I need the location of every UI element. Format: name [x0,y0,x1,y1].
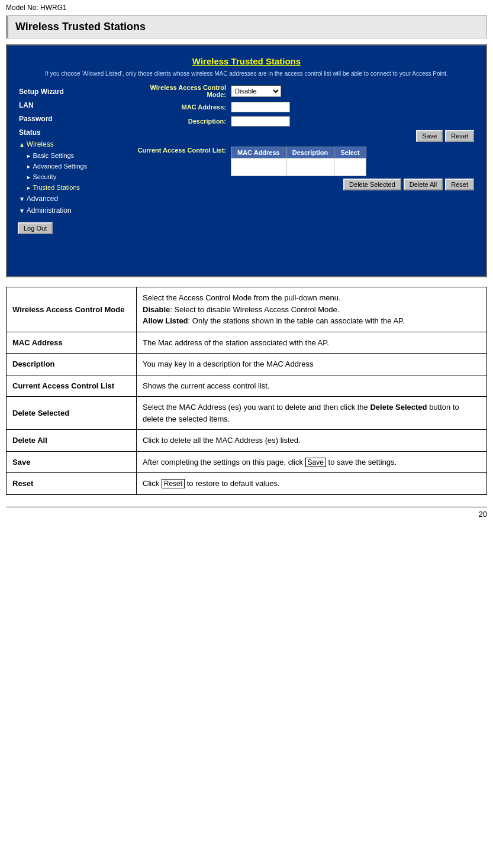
term-cell: Reset [7,473,137,495]
table-row: ResetClick Reset to restore to default v… [7,473,487,495]
page-number: 20 [0,510,493,519]
acl-section: Current Access Control List: MAC Address… [131,147,474,190]
definition-cell: The Mac address of the station associate… [137,332,487,354]
term-cell: MAC Address [7,332,137,354]
mac-address-label: MAC Address: [131,103,226,111]
disable-label: Disable [143,305,170,314]
sidebar: Setup Wizard LAN Password Status Wireles… [13,84,125,234]
ss-title: Wireless Trusted Stations [13,51,480,70]
allow-listed-label: Allow Listed [143,316,188,325]
delete-all-button[interactable]: Delete All [404,179,443,190]
acl-empty-row [231,158,366,176]
sidebar-item-status[interactable]: Status [18,125,121,138]
sidebar-item-advanced[interactable]: Advanced [18,193,121,205]
term-cell: Current Access Control List [7,375,137,397]
page-title: Wireless Trusted Stations [6,15,487,38]
acl-table-area: MAC Address Description Select [231,147,474,190]
definition-cell: You may key in a description for the MAC… [137,354,487,375]
sidebar-item-basic-settings[interactable]: Basic Settings [18,150,121,161]
acl-mode-row: Wireless Access Control Mode: Disable Al… [131,84,474,98]
table-row: Delete SelectedSelect the MAC Address (e… [7,397,487,430]
logout-section: Log Out [18,222,121,234]
save-reset-buttons: Save Reset [131,130,474,142]
acl-reset-button[interactable]: Reset [445,179,474,190]
acl-table: MAC Address Description Select [231,147,366,176]
definition-cell: Shows the current access control list. [137,375,487,397]
sidebar-item-wireless[interactable]: Wireless [18,138,121,150]
table-row: Delete AllClick to delete all the MAC Ad… [7,430,487,452]
description-table: Wireless Access Control ModeSelect the A… [6,287,487,495]
model-number: Model No: HWRG1 [0,0,493,15]
reset-button[interactable]: Reset [445,130,474,142]
term-cell: Wireless Access Control Mode [7,287,137,332]
acl-mode-select[interactable]: Disable Allow Listed [231,85,281,97]
definition-cell: After completing the settings on this pa… [137,451,487,473]
col-mac-address: MAC Address [231,147,286,158]
acl-action-buttons: Delete Selected Delete All Reset [231,179,474,190]
table-row: Wireless Access Control ModeSelect the A… [7,287,487,332]
definition-cell: Select the Access Control Mode from the … [137,287,487,332]
description-row: Description: [131,116,474,127]
table-row: SaveAfter completing the settings on thi… [7,451,487,473]
term-cell: Description [7,354,137,375]
col-description: Description [286,147,334,158]
definition-cell: Select the MAC Address (es) you want to … [137,397,487,430]
table-row: Current Access Control ListShows the cur… [7,375,487,397]
sidebar-item-trusted-stations[interactable]: Trusted Stations [18,182,121,193]
table-row: MAC AddressThe Mac address of the statio… [7,332,487,354]
logout-button[interactable]: Log Out [18,222,53,234]
col-select: Select [334,147,366,158]
footer-divider [6,507,487,507]
reset-inline-btn: Reset [162,479,185,488]
sidebar-item-lan[interactable]: LAN [18,98,121,111]
ss-form-area: Wireless Access Control Mode: Disable Al… [125,84,480,234]
acl-mode-label: Wireless Access Control Mode: [131,84,226,98]
sidebar-item-advanced-settings[interactable]: Advanced Settings [18,161,121,171]
acl-section-label: Current Access Control List: [131,147,226,154]
sidebar-item-password[interactable]: Password [18,111,121,125]
description-input[interactable] [231,116,290,127]
term-cell: Delete All [7,430,137,452]
term-cell: Delete Selected [7,397,137,430]
save-inline-btn: Save [305,458,326,467]
delete-selected-button[interactable]: Delete Selected [343,179,401,190]
mac-address-input[interactable] [231,102,290,112]
sidebar-item-security[interactable]: Security [18,171,121,182]
delete-selected-inline-label: Delete Selected [370,403,427,412]
save-button[interactable]: Save [416,130,443,142]
term-cell: Save [7,451,137,473]
definition-cell: Click to delete all the MAC Address (es)… [137,430,487,452]
table-row: DescriptionYou may key in a description … [7,354,487,375]
mac-address-row: MAC Address: [131,102,474,112]
ss-subtitle: If you choose 'Allowed Listed', only tho… [13,70,480,84]
description-label: Description: [131,118,226,125]
sidebar-item-setup-wizard[interactable]: Setup Wizard [18,84,121,98]
screenshot-panel: Wireless Trusted Stations If you choose … [6,44,487,277]
definition-cell: Click Reset to restore to default values… [137,473,487,495]
sidebar-item-administration[interactable]: Administration [18,205,121,216]
